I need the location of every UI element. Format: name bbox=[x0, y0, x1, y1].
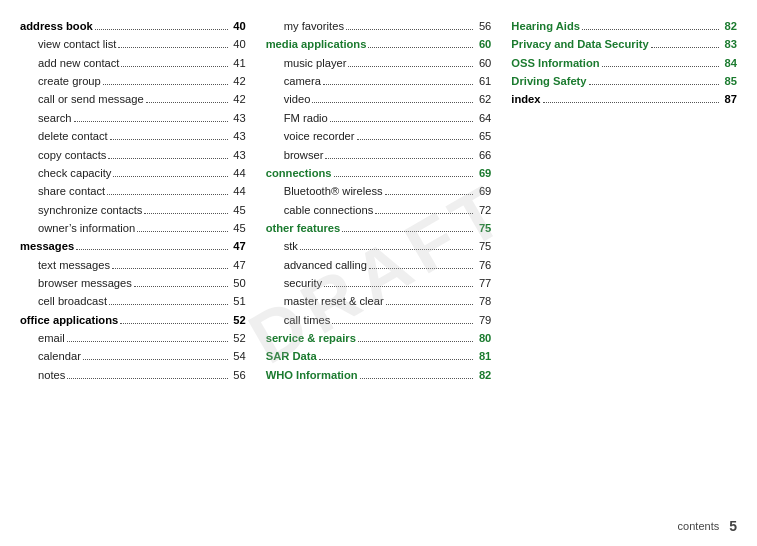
toc-page-number: 52 bbox=[230, 312, 246, 329]
toc-dots bbox=[300, 249, 473, 250]
toc-page-number: 45 bbox=[230, 202, 246, 219]
toc-page-number: 60 bbox=[475, 36, 491, 53]
toc-dots bbox=[134, 286, 228, 287]
list-item: security77 bbox=[266, 275, 492, 292]
toc-dots bbox=[323, 84, 473, 85]
toc-dots bbox=[112, 268, 228, 269]
toc-page-number: 64 bbox=[475, 110, 491, 127]
toc-label: cable connections bbox=[284, 202, 374, 219]
list-item: call or send message42 bbox=[20, 91, 246, 108]
toc-dots bbox=[346, 29, 473, 30]
toc-label: Hearing Aids bbox=[511, 18, 580, 35]
toc-dots bbox=[334, 176, 474, 177]
toc-dots bbox=[357, 139, 474, 140]
toc-dots bbox=[385, 194, 474, 195]
toc-page-number: 75 bbox=[475, 238, 491, 255]
toc-page-number: 76 bbox=[475, 257, 491, 274]
toc-page-number: 42 bbox=[230, 91, 246, 108]
toc-dots bbox=[107, 194, 228, 195]
toc-dots bbox=[330, 121, 474, 122]
toc-label: search bbox=[38, 110, 72, 127]
toc-page-number: 60 bbox=[475, 55, 491, 72]
toc-page-number: 40 bbox=[230, 18, 246, 35]
toc-label: cell broadcast bbox=[38, 293, 107, 310]
list-item: search43 bbox=[20, 110, 246, 127]
toc-label: address book bbox=[20, 18, 93, 35]
toc-label: text messages bbox=[38, 257, 110, 274]
toc-label: share contact bbox=[38, 183, 105, 200]
toc-label: call or send message bbox=[38, 91, 144, 108]
toc-label: OSS Information bbox=[511, 55, 599, 72]
toc-page-number: 85 bbox=[721, 73, 737, 90]
toc-label: video bbox=[284, 91, 311, 108]
toc-label: messages bbox=[20, 238, 74, 255]
list-item: Privacy and Data Security83 bbox=[511, 36, 737, 53]
toc-page-number: 69 bbox=[475, 165, 491, 182]
list-item: calendar54 bbox=[20, 348, 246, 365]
list-item: cell broadcast51 bbox=[20, 293, 246, 310]
toc-label: create group bbox=[38, 73, 101, 90]
page: DRAFT address book40view contact list40a… bbox=[0, 0, 757, 546]
toc-page-number: 77 bbox=[475, 275, 491, 292]
toc-dots bbox=[589, 84, 719, 85]
toc-label: WHO Information bbox=[266, 367, 358, 384]
toc-page-number: 62 bbox=[475, 91, 491, 108]
toc-page-number: 81 bbox=[475, 348, 491, 365]
toc-dots bbox=[543, 102, 719, 103]
toc-label: synchronize contacts bbox=[38, 202, 142, 219]
list-item: check capacity44 bbox=[20, 165, 246, 182]
toc-page-number: 82 bbox=[721, 18, 737, 35]
list-item: messages47 bbox=[20, 238, 246, 255]
toc-label: check capacity bbox=[38, 165, 111, 182]
toc-page-number: 43 bbox=[230, 128, 246, 145]
toc-dots bbox=[146, 102, 228, 103]
toc-label: master reset & clear bbox=[284, 293, 384, 310]
toc-dots bbox=[76, 249, 228, 250]
toc-dots bbox=[109, 304, 228, 305]
list-item: voice recorder65 bbox=[266, 128, 492, 145]
toc-dots bbox=[332, 323, 473, 324]
toc-label: other features bbox=[266, 220, 341, 237]
list-item: OSS Information84 bbox=[511, 55, 737, 72]
toc-label: notes bbox=[38, 367, 65, 384]
toc-dots bbox=[67, 341, 228, 342]
toc-dots bbox=[324, 286, 473, 287]
toc-page-number: 65 bbox=[475, 128, 491, 145]
list-item: SAR Data81 bbox=[266, 348, 492, 365]
toc-label: security bbox=[284, 275, 323, 292]
toc-label: copy contacts bbox=[38, 147, 106, 164]
toc-label: my favorites bbox=[284, 18, 344, 35]
toc-page-number: 44 bbox=[230, 183, 246, 200]
toc-dots bbox=[325, 158, 473, 159]
toc-dots bbox=[358, 341, 473, 342]
toc-label: voice recorder bbox=[284, 128, 355, 145]
page-footer: contents 5 bbox=[678, 518, 737, 534]
list-item: create group42 bbox=[20, 73, 246, 90]
toc-dots bbox=[83, 359, 228, 360]
list-item: cable connections72 bbox=[266, 202, 492, 219]
toc-label: owner’s information bbox=[38, 220, 135, 237]
toc-page-number: 52 bbox=[230, 330, 246, 347]
toc-label: camera bbox=[284, 73, 321, 90]
toc-label: browser messages bbox=[38, 275, 132, 292]
list-item: add new contact41 bbox=[20, 55, 246, 72]
toc-page-number: 40 bbox=[230, 36, 246, 53]
toc-label: calendar bbox=[38, 348, 81, 365]
list-item: address book40 bbox=[20, 18, 246, 35]
toc-label: Driving Safety bbox=[511, 73, 586, 90]
toc-columns: address book40view contact list40add new… bbox=[20, 18, 737, 528]
toc-label: Privacy and Data Security bbox=[511, 36, 648, 53]
list-item: advanced calling76 bbox=[266, 257, 492, 274]
toc-label: FM radio bbox=[284, 110, 328, 127]
list-item: delete contact43 bbox=[20, 128, 246, 145]
toc-column-1: address book40view contact list40add new… bbox=[20, 18, 256, 528]
toc-column-3: Hearing Aids82Privacy and Data Security8… bbox=[501, 18, 737, 528]
toc-page-number: 56 bbox=[230, 367, 246, 384]
toc-dots bbox=[651, 47, 719, 48]
toc-label: service & repairs bbox=[266, 330, 356, 347]
list-item: text messages47 bbox=[20, 257, 246, 274]
list-item: call times79 bbox=[266, 312, 492, 329]
toc-label: media applications bbox=[266, 36, 367, 53]
toc-page-number: 50 bbox=[230, 275, 246, 292]
toc-dots bbox=[144, 213, 227, 214]
